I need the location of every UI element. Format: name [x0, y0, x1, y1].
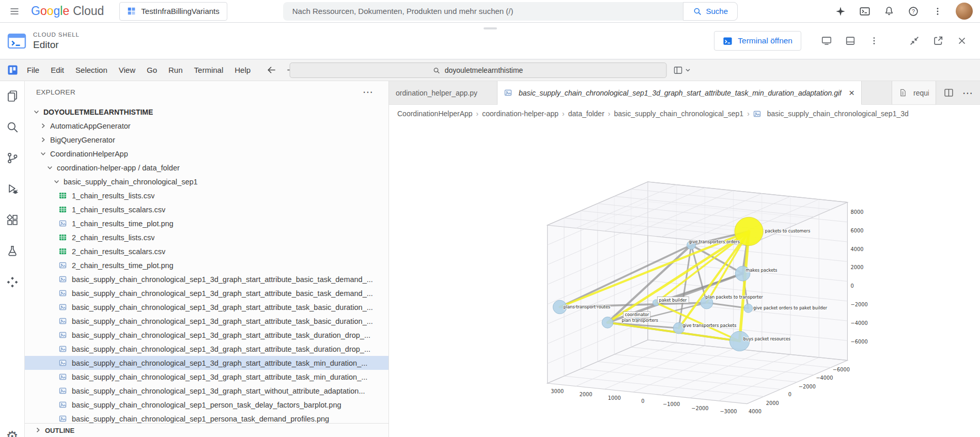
chevron-down-icon[interactable] [32, 109, 41, 115]
tree-file[interactable]: basic_supply_chain_chronological_sep1_3d… [25, 342, 388, 356]
avatar[interactable] [956, 3, 973, 20]
shell-window-controls [905, 31, 972, 51]
svg-text:0: 0 [788, 392, 791, 397]
file-name: BigQueryGenerator [50, 136, 115, 144]
breadcrumb-item[interactable]: data_folder [568, 110, 604, 118]
tree-folder[interactable]: BigQueryGenerator [25, 133, 388, 147]
project-selector[interactable]: TestInfraBillingVariants [119, 2, 227, 21]
tree-file[interactable]: basic_supply_chain_chronological_sep1_3d… [25, 272, 388, 286]
workspace-search-input[interactable]: doyouletmelearnthistime [289, 63, 666, 78]
svg-text:buys packet resources: buys packet resources [743, 336, 790, 341]
chevron-right-icon [35, 427, 41, 434]
tree-file[interactable]: basic_supply_chain_chronological_sep1_3d… [25, 328, 388, 342]
chevron-down-icon[interactable] [52, 179, 61, 184]
tree-file[interactable]: basic_supply_chain_chronological_sep1_3d… [25, 356, 388, 370]
tree-file[interactable]: 2_chain_results_scalars.csv [25, 244, 388, 258]
web-preview-icon[interactable] [817, 31, 836, 51]
close-icon[interactable] [952, 31, 972, 51]
tree-file[interactable]: basic_supply_chain_chronological_sep1_3d… [25, 370, 388, 384]
help-icon[interactable]: ? [903, 1, 924, 22]
toggle-panel-icon[interactable] [841, 31, 860, 51]
source-control-icon[interactable] [6, 151, 19, 165]
svg-text:−2000: −2000 [691, 405, 708, 411]
tree-folder[interactable]: basic_supply_chain_chronological_sep1 [25, 175, 388, 189]
chevron-right-icon[interactable] [39, 123, 48, 129]
tree-file[interactable]: 1_chain_results_lists.csv [25, 189, 388, 202]
cloud-code-icon[interactable] [6, 275, 19, 289]
settings-gear-icon[interactable]: ⚙ [6, 430, 18, 437]
tree-folder[interactable]: coordination-helper-app / data_folder [25, 161, 388, 175]
tree-file[interactable]: basic_supply_chain_chronological_sep1_3d… [25, 286, 388, 300]
chevron-down-icon[interactable] [45, 165, 54, 170]
menu-view[interactable]: View [113, 59, 141, 81]
tree-folder[interactable]: AutomaticAppGenerator [25, 119, 388, 133]
gemini-sparkle-icon[interactable] [830, 1, 851, 22]
test-flask-icon[interactable] [6, 244, 19, 258]
shell-more-vert-icon[interactable] [864, 31, 884, 51]
tree-file[interactable]: basic_supply_chain_chronological_sep1_3d… [25, 300, 388, 314]
tree-file[interactable]: 2_chain_results_time_plot.png [25, 258, 388, 272]
tree-file[interactable]: basic_supply_chain_chronological_sep1_pe… [25, 412, 388, 423]
csv-file-icon [59, 192, 69, 199]
tab-label: ordination_helper_app.py [396, 89, 477, 97]
file-name: basic_supply_chain_chronological_sep1_3d… [72, 331, 370, 339]
tree-file[interactable]: basic_supply_chain_chronological_sep1_pe… [25, 398, 388, 412]
hamburger-icon[interactable] [4, 1, 25, 22]
menu-file[interactable]: File [21, 59, 45, 81]
svg-text:coordinator: coordinator [625, 312, 649, 317]
editor-layout-button[interactable] [673, 65, 691, 75]
run-debug-icon[interactable] [6, 182, 19, 196]
csv-file-icon [59, 247, 69, 255]
breadcrumb-separator: › [562, 110, 565, 118]
menu-edit[interactable]: Edit [45, 59, 70, 81]
breadcrumb-item[interactable]: CoordinationHelperApp [397, 110, 473, 118]
svg-text:2000: 2000 [766, 400, 779, 406]
extensions-icon[interactable] [6, 213, 19, 227]
image-file-icon [59, 261, 69, 269]
collapse-icon[interactable] [905, 31, 924, 51]
breadcrumb-item[interactable]: coordination-helper-app [482, 110, 558, 118]
tree-folder[interactable]: DOYOULETMELEARNTHISTIME [25, 105, 388, 119]
image-file-icon [59, 220, 69, 227]
menu-go[interactable]: Go [141, 59, 163, 81]
panel-drag-handle[interactable] [484, 27, 497, 29]
tree-folder[interactable]: CoordinationHelperApp [25, 147, 388, 161]
gcp-top-bar: Google Cloud TestInfraBillingVariants Su… [0, 0, 980, 23]
tab-close-icon[interactable]: × [849, 88, 854, 98]
notifications-bell-icon[interactable] [879, 1, 899, 22]
breadcrumb-item[interactable]: basic_supply_chain_chronological_sep1_3d [767, 110, 909, 118]
search-icon[interactable] [6, 120, 19, 134]
menu-run[interactable]: Run [163, 59, 189, 81]
search-button[interactable]: Suche [683, 2, 738, 21]
activate-cloud-shell-icon[interactable] [854, 1, 875, 22]
chevron-right-icon[interactable] [39, 137, 48, 143]
tab-requirements[interactable]: requir [892, 81, 936, 105]
svg-text:−1000: −1000 [663, 401, 680, 407]
menu-selection[interactable]: Selection [70, 59, 113, 81]
open-terminal-button[interactable]: Terminal öffnen [714, 31, 801, 51]
tree-file[interactable]: 1_chain_results_time_plot.png [25, 216, 388, 230]
explorer-files-icon[interactable] [6, 89, 19, 103]
search-input[interactable] [283, 2, 683, 21]
breadcrumb-separator: › [608, 110, 611, 118]
menu-terminal[interactable]: Terminal [189, 59, 229, 81]
tree-file[interactable]: basic_supply_chain_chronological_sep1_3d… [25, 314, 388, 328]
more-vert-icon[interactable] [927, 1, 948, 22]
breadcrumb-item[interactable]: basic_supply_chain_chronological_sep1 [614, 110, 744, 118]
tab-coordination-helper-app[interactable]: ordination_helper_app.py [389, 81, 497, 105]
back-arrow-icon[interactable] [265, 64, 278, 77]
split-editor-icon[interactable] [943, 87, 954, 98]
google-logo-letter: o [47, 4, 54, 18]
chevron-down-icon[interactable] [39, 151, 48, 157]
tree-file[interactable]: 2_chain_results_lists.csv [25, 230, 388, 244]
file-name: AutomaticAppGenerator [50, 122, 131, 130]
open-terminal-label: Terminal öffnen [738, 36, 792, 45]
open-in-new-icon[interactable] [928, 31, 948, 51]
tree-file[interactable]: basic_supply_chain_chronological_sep1_3d… [25, 384, 388, 398]
svg-text:plan packets to transporter: plan packets to transporter [706, 294, 764, 300]
outline-section[interactable]: OUTLINE [25, 423, 388, 437]
tree-file[interactable]: 1_chain_results_scalars.csv [25, 202, 388, 216]
google-cloud-logo: Google Cloud [31, 4, 104, 18]
tab-active-gif[interactable]: basic_supply_chain_chronological_sep1_3d… [497, 81, 862, 105]
menu-help[interactable]: Help [229, 59, 256, 81]
